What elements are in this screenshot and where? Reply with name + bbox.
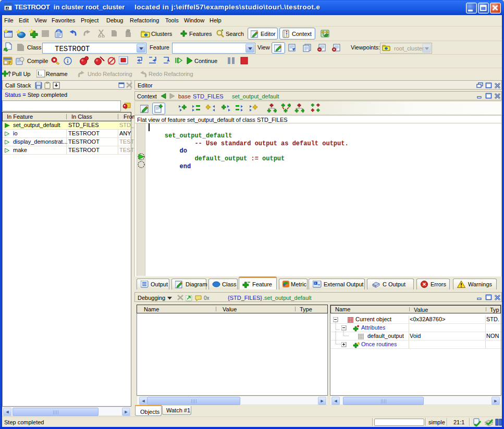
svg-text:I..: I.. [38,70,42,77]
svg-text:A: A [357,342,360,346]
svg-text:A: A [6,7,9,10]
